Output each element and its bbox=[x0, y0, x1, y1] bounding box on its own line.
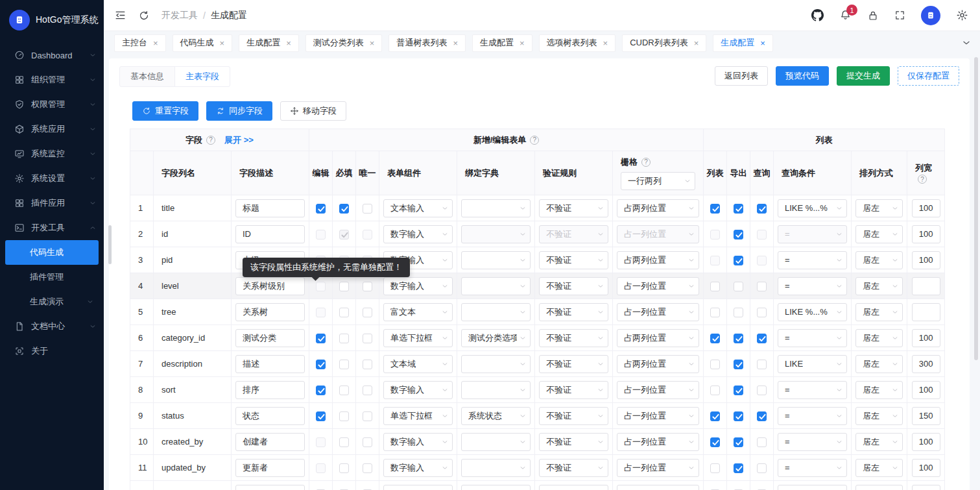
close-icon[interactable]: × bbox=[453, 39, 458, 47]
dict-select[interactable]: 测试分类选项 bbox=[461, 329, 531, 347]
query-cond-select[interactable]: = bbox=[778, 225, 847, 243]
sidebar-subitem-插件管理[interactable]: 插件管理 bbox=[5, 265, 99, 289]
query-cond-select[interactable]: = bbox=[778, 381, 847, 399]
grid-select[interactable]: 占两列位置 bbox=[617, 329, 699, 347]
width-input[interactable]: 100 bbox=[912, 199, 940, 217]
dict-select[interactable] bbox=[461, 277, 531, 295]
tab-chip-测试分类列表[interactable]: 测试分类列表× bbox=[305, 34, 383, 52]
list-checkbox[interactable] bbox=[710, 463, 720, 473]
edit-checkbox[interactable] bbox=[316, 411, 326, 421]
close-icon[interactable]: × bbox=[760, 39, 765, 47]
width-input[interactable]: 100 bbox=[912, 329, 940, 347]
export-checkbox[interactable] bbox=[734, 437, 743, 447]
query-cond-select[interactable]: = bbox=[778, 459, 847, 477]
dict-select[interactable] bbox=[461, 355, 531, 373]
unique-checkbox[interactable] bbox=[363, 282, 372, 291]
grid-select[interactable]: 占两列位置 bbox=[617, 355, 699, 373]
query-cond-select[interactable]: = bbox=[778, 277, 847, 295]
component-select[interactable]: 文本输入 bbox=[383, 199, 453, 217]
edit-checkbox[interactable] bbox=[316, 386, 326, 395]
list-checkbox[interactable] bbox=[710, 256, 720, 265]
grid-select[interactable]: 占一列位置 bbox=[617, 433, 699, 451]
dict-select[interactable]: 系统状态 bbox=[461, 407, 531, 425]
align-select[interactable]: 居左 bbox=[855, 355, 903, 373]
desc-input[interactable]: 关系树 bbox=[235, 303, 305, 321]
list-checkbox[interactable] bbox=[710, 437, 720, 447]
desc-input[interactable] bbox=[235, 485, 305, 490]
query-checkbox[interactable] bbox=[757, 334, 767, 343]
align-select[interactable]: 居左 bbox=[855, 225, 903, 243]
rule-select[interactable]: 不验证 bbox=[539, 329, 608, 347]
unique-checkbox[interactable] bbox=[363, 437, 372, 447]
tab-chip-CUDR列表列表[interactable]: CUDR列表列表× bbox=[622, 34, 706, 52]
edit-checkbox[interactable] bbox=[316, 204, 326, 214]
align-select[interactable]: 居左 bbox=[855, 433, 903, 451]
list-checkbox[interactable] bbox=[710, 411, 720, 421]
dict-select[interactable] bbox=[461, 199, 531, 217]
unique-checkbox[interactable] bbox=[363, 360, 372, 369]
width-input[interactable] bbox=[912, 303, 940, 321]
required-checkbox[interactable] bbox=[339, 282, 349, 291]
desc-input[interactable]: 描述 bbox=[235, 355, 305, 373]
export-checkbox[interactable] bbox=[734, 411, 743, 421]
button-同步字段[interactable]: 同步字段 bbox=[206, 101, 272, 121]
content-scrollbar[interactable] bbox=[108, 225, 112, 264]
rule-select[interactable]: 不验证 bbox=[539, 303, 608, 321]
grid-select[interactable] bbox=[617, 485, 699, 490]
width-input[interactable]: 100 bbox=[912, 433, 940, 451]
sidebar-item-系统应用[interactable]: 系统应用 bbox=[0, 117, 104, 141]
dict-select[interactable] bbox=[461, 459, 531, 477]
grid-select[interactable]: 占一列位置 bbox=[617, 459, 699, 477]
component-select[interactable]: 富文本 bbox=[383, 303, 453, 321]
close-icon[interactable]: × bbox=[694, 39, 699, 47]
sidebar-item-开发工具[interactable]: 开发工具 bbox=[0, 215, 104, 240]
rule-select[interactable]: 不验证 bbox=[539, 277, 608, 295]
grid-select[interactable]: 占一列位置 bbox=[617, 407, 699, 425]
width-input[interactable]: 100 bbox=[912, 459, 940, 477]
align-select[interactable]: 居左 bbox=[855, 459, 903, 477]
tab-chip-代码生成[interactable]: 代码生成× bbox=[173, 34, 233, 52]
grid-select[interactable]: 占一列位置 bbox=[617, 381, 699, 399]
tab-chip-普通树表列表[interactable]: 普通树表列表× bbox=[388, 34, 466, 52]
query-checkbox[interactable] bbox=[757, 230, 767, 239]
close-icon[interactable]: × bbox=[520, 39, 525, 47]
component-select[interactable]: 文本域 bbox=[383, 355, 453, 373]
dict-select[interactable] bbox=[461, 433, 531, 451]
button-仅保存配置[interactable]: 仅保存配置 bbox=[898, 66, 959, 86]
export-checkbox[interactable] bbox=[734, 463, 743, 473]
grid-select[interactable]: 占一列位置 bbox=[617, 277, 699, 295]
github-icon[interactable] bbox=[811, 9, 824, 21]
export-checkbox[interactable] bbox=[734, 386, 743, 395]
list-checkbox[interactable] bbox=[710, 386, 720, 395]
close-icon[interactable]: × bbox=[220, 39, 225, 47]
unique-checkbox[interactable] bbox=[363, 308, 372, 317]
query-checkbox[interactable] bbox=[757, 411, 767, 421]
collapse-sidebar-icon[interactable] bbox=[114, 9, 126, 21]
dict-select[interactable] bbox=[461, 225, 531, 243]
rule-select[interactable]: 不验证 bbox=[539, 433, 608, 451]
query-checkbox[interactable] bbox=[757, 463, 767, 473]
query-cond-select[interactable]: = bbox=[778, 407, 847, 425]
export-checkbox[interactable] bbox=[734, 230, 743, 239]
component-select[interactable]: 单选下拉框 bbox=[383, 407, 453, 425]
align-select[interactable]: 居左 bbox=[855, 277, 903, 295]
sidebar-item-权限管理[interactable]: 权限管理 bbox=[0, 92, 104, 117]
query-checkbox[interactable] bbox=[757, 282, 767, 291]
desc-input[interactable]: 测试分类 bbox=[235, 329, 305, 347]
grid-select[interactable]: 占两列位置 bbox=[617, 251, 699, 269]
align-select[interactable]: 居左 bbox=[855, 381, 903, 399]
query-checkbox[interactable] bbox=[757, 386, 767, 395]
list-checkbox[interactable] bbox=[710, 308, 720, 317]
desc-input[interactable]: ID bbox=[235, 225, 305, 243]
close-icon[interactable]: × bbox=[286, 39, 291, 47]
query-checkbox[interactable] bbox=[757, 360, 767, 369]
width-input[interactable]: 100 bbox=[912, 251, 940, 269]
query-checkbox[interactable] bbox=[757, 308, 767, 317]
edit-checkbox[interactable] bbox=[316, 334, 326, 343]
required-checkbox[interactable] bbox=[339, 411, 349, 421]
query-cond-select[interactable]: = bbox=[778, 433, 847, 451]
grid-select[interactable]: 占两列位置 bbox=[617, 199, 699, 217]
component-select[interactable]: 数字输入 bbox=[383, 381, 453, 399]
required-checkbox[interactable] bbox=[339, 386, 349, 395]
align-select[interactable]: 居左 bbox=[855, 329, 903, 347]
